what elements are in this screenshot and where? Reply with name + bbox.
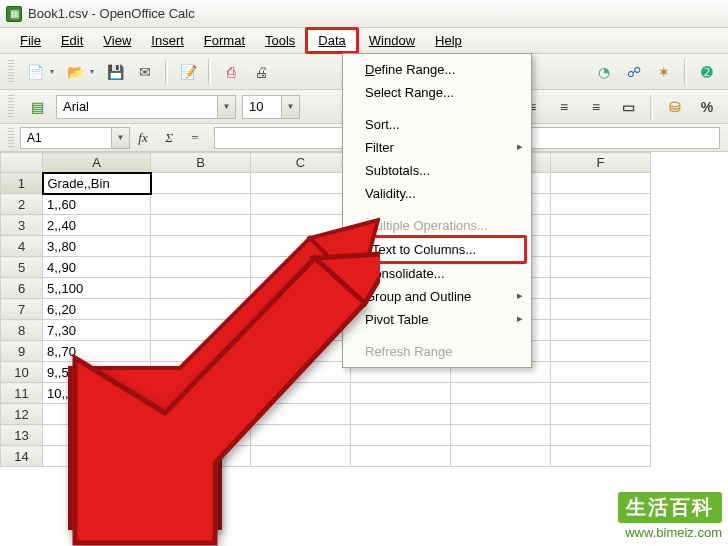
function-button[interactable]: =: [182, 127, 208, 149]
styles-button[interactable]: ▤: [24, 94, 50, 120]
cell[interactable]: [251, 446, 351, 467]
cell[interactable]: [551, 278, 651, 299]
cell[interactable]: [551, 341, 651, 362]
row-header[interactable]: 6: [1, 278, 43, 299]
cell[interactable]: 6,,20: [43, 299, 151, 320]
cell[interactable]: [151, 173, 251, 194]
cell[interactable]: [251, 404, 351, 425]
cell[interactable]: [551, 404, 651, 425]
save-button[interactable]: 💾: [102, 59, 128, 85]
cell[interactable]: [251, 236, 351, 257]
cell[interactable]: [151, 215, 251, 236]
dropdown-icon[interactable]: ▼: [281, 96, 299, 118]
row-header[interactable]: 8: [1, 320, 43, 341]
menu-subtotals[interactable]: Subtotals...: [343, 159, 531, 182]
row-header[interactable]: 4: [1, 236, 43, 257]
toolbar-handle[interactable]: [8, 95, 14, 119]
cell[interactable]: 3,,80: [43, 236, 151, 257]
row-header[interactable]: 10: [1, 362, 43, 383]
cell[interactable]: [251, 194, 351, 215]
cell[interactable]: [151, 236, 251, 257]
cell[interactable]: [251, 278, 351, 299]
row-header[interactable]: 9: [1, 341, 43, 362]
cell[interactable]: [251, 341, 351, 362]
navigator-button[interactable]: ✶: [651, 59, 677, 85]
column-header-A[interactable]: A: [43, 153, 151, 173]
column-header-B[interactable]: B: [151, 153, 251, 173]
cell[interactable]: 1,,60: [43, 194, 151, 215]
cell[interactable]: [551, 173, 651, 194]
cell[interactable]: [551, 215, 651, 236]
cell[interactable]: 10,,10: [43, 383, 151, 404]
cell[interactable]: [551, 299, 651, 320]
help-button[interactable]: ➋: [694, 59, 720, 85]
row-header[interactable]: 12: [1, 404, 43, 425]
currency-button[interactable]: ⛁: [662, 94, 688, 120]
cell[interactable]: [551, 236, 651, 257]
cell[interactable]: [251, 257, 351, 278]
cell[interactable]: 5,,100: [43, 278, 151, 299]
cell[interactable]: [551, 446, 651, 467]
cell[interactable]: [251, 425, 351, 446]
cell[interactable]: [151, 320, 251, 341]
toolbar-handle[interactable]: [8, 128, 14, 148]
menu-define-range[interactable]: Define Range...: [343, 58, 531, 81]
edit-doc-button[interactable]: 📝: [175, 59, 201, 85]
dropdown-icon[interactable]: ▼: [217, 96, 235, 118]
font-size-combo[interactable]: 10 ▼: [242, 95, 300, 119]
function-wizard-button[interactable]: fx: [130, 127, 156, 149]
cell[interactable]: [351, 425, 451, 446]
cell[interactable]: [43, 404, 151, 425]
cell[interactable]: [151, 404, 251, 425]
dropdown-icon[interactable]: ▼: [111, 128, 129, 148]
menu-file[interactable]: File: [10, 30, 51, 51]
open-button[interactable]: 📂: [62, 59, 98, 85]
cell[interactable]: [151, 383, 251, 404]
row-header[interactable]: 1: [1, 173, 43, 194]
cell[interactable]: [251, 215, 351, 236]
menu-view[interactable]: View: [93, 30, 141, 51]
cell[interactable]: [151, 425, 251, 446]
cell[interactable]: [251, 173, 351, 194]
cell-A1[interactable]: Grade,,Bin: [43, 173, 151, 194]
row-header[interactable]: 7: [1, 299, 43, 320]
sum-button[interactable]: Σ: [156, 127, 182, 149]
cell[interactable]: [251, 362, 351, 383]
chart-button[interactable]: ◔: [591, 59, 617, 85]
cell[interactable]: [151, 341, 251, 362]
menu-text-to-columns[interactable]: Text to Columns...: [350, 238, 524, 261]
cell[interactable]: 4,,90: [43, 257, 151, 278]
percent-button[interactable]: %: [694, 94, 720, 120]
cell[interactable]: [451, 446, 551, 467]
row-header[interactable]: 11: [1, 383, 43, 404]
merge-cells-button[interactable]: ▭: [615, 94, 641, 120]
export-pdf-button[interactable]: ⎙: [218, 59, 244, 85]
cell[interactable]: [351, 404, 451, 425]
cell[interactable]: [151, 278, 251, 299]
cell[interactable]: [43, 425, 151, 446]
cell[interactable]: 9,,50: [43, 362, 151, 383]
column-header-F[interactable]: F: [551, 153, 651, 173]
menu-pivot-table[interactable]: Pivot Table: [343, 308, 531, 331]
new-doc-button[interactable]: 📄: [22, 59, 58, 85]
align-right-button[interactable]: ≡: [551, 94, 577, 120]
font-name-combo[interactable]: Arial ▼: [56, 95, 236, 119]
row-header[interactable]: 13: [1, 425, 43, 446]
cell[interactable]: [451, 383, 551, 404]
cell[interactable]: [251, 383, 351, 404]
row-header[interactable]: 2: [1, 194, 43, 215]
cell[interactable]: [551, 194, 651, 215]
menu-data[interactable]: Data: [305, 27, 358, 54]
cell[interactable]: [451, 425, 551, 446]
cell[interactable]: [151, 362, 251, 383]
menu-help[interactable]: Help: [425, 30, 472, 51]
column-header-C[interactable]: C: [251, 153, 351, 173]
menu-window[interactable]: Window: [359, 30, 425, 51]
cell[interactable]: 8,,70: [43, 341, 151, 362]
cell[interactable]: [151, 194, 251, 215]
cell[interactable]: [351, 383, 451, 404]
menu-select-range[interactable]: Select Range...: [343, 81, 531, 104]
cell[interactable]: [151, 446, 251, 467]
cell[interactable]: [451, 404, 551, 425]
select-all-corner[interactable]: [1, 153, 43, 173]
